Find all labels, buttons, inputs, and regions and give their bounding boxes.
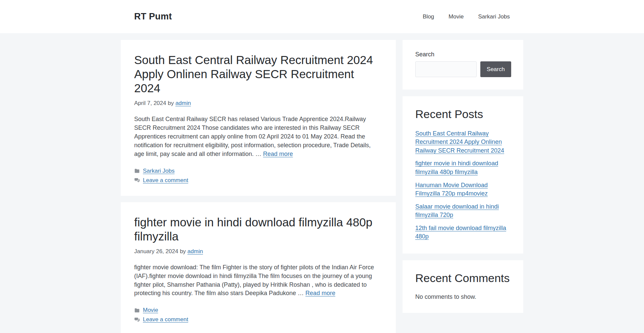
entry-footer: Sarkari Jobs Leave a comment — [134, 167, 382, 184]
leave-comment-link[interactable]: Leave a comment — [143, 177, 188, 184]
search-label: Search — [415, 51, 511, 58]
no-comments-text: No comments to show. — [415, 293, 511, 300]
nav-item-movie[interactable]: Movie — [448, 13, 464, 20]
read-more-link[interactable]: Read more — [263, 151, 293, 157]
post-title[interactable]: South East Central Railway Recruitment 2… — [134, 53, 382, 95]
site-title[interactable]: RT Pumt — [134, 11, 172, 22]
entry-footer: Movie Leave a comment — [134, 307, 382, 323]
recent-post-item: Salaar movie download in hindi filmyzill… — [415, 203, 511, 220]
post-author-link[interactable]: admin — [175, 100, 191, 106]
content-area: South East Central Railway Recruitment 2… — [121, 33, 523, 333]
folder-icon — [134, 168, 140, 174]
recent-post-item: Hanuman Movie Download Filmyzilla 720p m… — [415, 181, 511, 198]
post-category-link[interactable]: Movie — [143, 307, 158, 314]
recent-post-link[interactable]: fighter movie in hindi download filmyzil… — [415, 160, 498, 175]
main-nav: Blog Movie Sarkari Jobs — [408, 13, 510, 20]
search-button[interactable]: Search — [480, 61, 511, 77]
comments-icon — [134, 177, 140, 183]
post-category-link[interactable]: Sarkari Jobs — [143, 167, 174, 175]
site-header: RT Pumt Blog Movie Sarkari Jobs — [0, 0, 644, 33]
post-date: April 7, 2024 — [134, 100, 166, 106]
folder-icon — [134, 308, 140, 313]
post-byline: by — [168, 100, 174, 106]
post-date: January 26, 2024 — [134, 248, 178, 255]
post-excerpt: South East Central Railway SECR has rela… — [134, 116, 371, 157]
search-widget: Search Search — [402, 40, 523, 90]
sidebar: Search Search Recent Posts South East Ce… — [402, 40, 523, 320]
post-byline: by — [180, 248, 186, 255]
recent-post-link[interactable]: South East Central Railway Recruitment 2… — [415, 130, 504, 154]
recent-posts-widget: Recent Posts South East Central Railway … — [402, 96, 523, 254]
post-meta: April 7, 2024 by admin — [134, 100, 382, 107]
recent-comments-title: Recent Comments — [415, 271, 511, 285]
leave-comment-link[interactable]: Leave a comment — [143, 316, 188, 323]
nav-item-sarkari-jobs[interactable]: Sarkari Jobs — [478, 13, 510, 20]
post-excerpt: fighter movie download: The film Fighter… — [134, 264, 374, 297]
nav-item-blog[interactable]: Blog — [423, 13, 434, 20]
post-card: South East Central Railway Recruitment 2… — [121, 40, 396, 196]
recent-posts-title: Recent Posts — [415, 107, 511, 121]
main-column: South East Central Railway Recruitment 2… — [121, 40, 396, 333]
recent-post-item: fighter movie in hindi download filmyzil… — [415, 159, 511, 176]
recent-posts-list: South East Central Railway Recruitment 2… — [415, 129, 511, 241]
recent-post-link[interactable]: Hanuman Movie Download Filmyzilla 720p m… — [415, 182, 488, 197]
recent-post-link[interactable]: Salaar movie download in hindi filmyzill… — [415, 203, 499, 219]
post-title[interactable]: fighter movie in hindi download filmyzil… — [134, 215, 382, 243]
recent-comments-widget: Recent Comments No comments to show. — [402, 260, 523, 313]
recent-post-item: 12th fail movie download filmyzilla 480p — [415, 224, 511, 241]
post-author-link[interactable]: admin — [187, 248, 203, 255]
post-meta: January 26, 2024 by admin — [134, 248, 382, 255]
recent-post-link[interactable]: 12th fail movie download filmyzilla 480p — [415, 225, 506, 240]
search-input[interactable] — [415, 61, 477, 77]
read-more-link[interactable]: Read more — [306, 290, 335, 296]
recent-post-item: South East Central Railway Recruitment 2… — [415, 129, 511, 155]
post-card: fighter movie in hindi download filmyzil… — [121, 202, 396, 333]
comments-icon — [134, 317, 140, 323]
